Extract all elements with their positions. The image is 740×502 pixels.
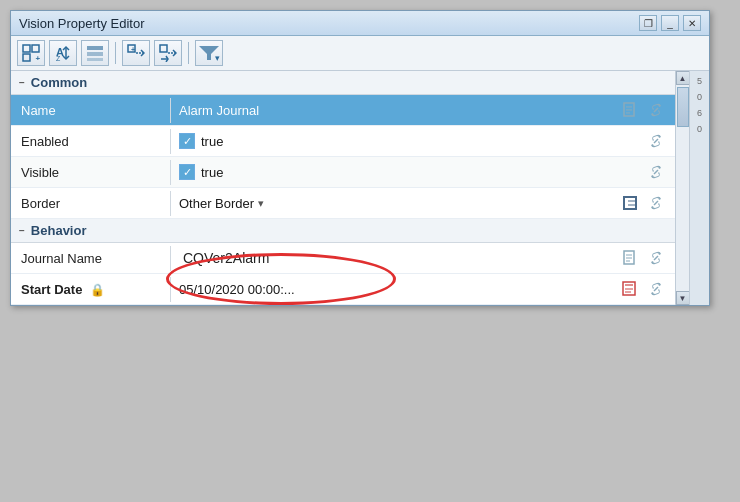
add-properties-button[interactable]: + bbox=[17, 40, 45, 66]
svg-rect-1 bbox=[32, 45, 39, 52]
side-ruler: 5 0 6 0 bbox=[689, 71, 709, 305]
filter-button[interactable]: ▾ bbox=[195, 40, 223, 66]
svg-line-28 bbox=[654, 201, 658, 205]
svg-text:+: + bbox=[36, 54, 41, 62]
start-date-value: 05/10/2020 00:00:... bbox=[179, 282, 295, 297]
border-dropdown-arrow[interactable]: ▾ bbox=[258, 197, 264, 210]
property-editor-window: Vision Property Editor ❐ _ ✕ + A Z bbox=[10, 10, 710, 306]
svg-line-22 bbox=[654, 108, 658, 112]
enabled-value-area: ✓ true bbox=[171, 126, 675, 156]
name-chain-icon[interactable] bbox=[645, 99, 667, 121]
border-dropdown[interactable]: Other Border ▾ bbox=[179, 196, 264, 211]
name-value-area bbox=[171, 95, 675, 125]
enabled-checkbox[interactable]: ✓ bbox=[179, 133, 195, 149]
ruler-mark-5: 5 bbox=[697, 73, 702, 89]
scroll-up-button[interactable]: ▲ bbox=[676, 71, 690, 85]
window-controls: ❐ _ ✕ bbox=[639, 15, 701, 31]
main-content: − Common Name bbox=[11, 71, 675, 305]
svg-rect-35 bbox=[625, 284, 633, 286]
ruler-mark-0-bottom: 0 bbox=[697, 121, 702, 137]
border-value-area: Other Border ▾ bbox=[171, 188, 675, 218]
start-date-lock-icon: 🔒 bbox=[90, 283, 105, 297]
visible-label: Visible bbox=[11, 160, 171, 185]
visible-chain-icon[interactable] bbox=[645, 161, 667, 183]
toolbar: + A Z + bbox=[11, 36, 709, 71]
sort-button[interactable]: A Z bbox=[49, 40, 77, 66]
content-area: − Common Name bbox=[11, 71, 709, 305]
start-date-icons bbox=[619, 278, 667, 300]
svg-line-23 bbox=[654, 139, 658, 143]
border-icons bbox=[619, 192, 667, 214]
border-property-row[interactable]: Border Other Border ▾ bbox=[11, 188, 675, 219]
toolbar-separator-2 bbox=[188, 42, 189, 64]
start-date-chain-icon[interactable] bbox=[645, 278, 667, 300]
visible-value: true bbox=[201, 165, 223, 180]
svg-text:▾: ▾ bbox=[215, 53, 220, 62]
journal-name-doc-icon[interactable] bbox=[619, 247, 641, 269]
name-icons bbox=[619, 99, 667, 121]
visible-checkbox[interactable]: ✓ bbox=[179, 164, 195, 180]
enabled-value: true bbox=[201, 134, 223, 149]
common-section-header: − Common bbox=[11, 71, 675, 95]
add-binding-icon: + bbox=[127, 44, 145, 62]
close-button[interactable]: ✕ bbox=[683, 15, 701, 31]
border-value: Other Border bbox=[179, 196, 254, 211]
name-label: Name bbox=[11, 98, 171, 123]
edit-binding-icon bbox=[159, 44, 177, 62]
name-property-row[interactable]: Name bbox=[11, 95, 675, 126]
svg-rect-2 bbox=[23, 54, 30, 61]
svg-line-24 bbox=[654, 170, 658, 174]
vertical-scrollbar[interactable]: ▲ ▼ bbox=[675, 71, 689, 305]
svg-rect-8 bbox=[87, 52, 103, 56]
svg-rect-0 bbox=[23, 45, 30, 52]
enabled-property-row[interactable]: Enabled ✓ true bbox=[11, 126, 675, 157]
journal-name-value-area: CQVer2Alarm bbox=[171, 243, 675, 273]
journal-name-chain-icon[interactable] bbox=[645, 247, 667, 269]
edit-binding-button[interactable] bbox=[154, 40, 182, 66]
svg-rect-25 bbox=[624, 197, 636, 209]
common-collapse-button[interactable]: − bbox=[19, 77, 25, 88]
filter-icon: ▾ bbox=[198, 44, 220, 62]
border-chain-icon[interactable] bbox=[645, 192, 667, 214]
svg-rect-13 bbox=[160, 45, 167, 52]
enabled-label: Enabled bbox=[11, 129, 171, 154]
scroll-down-button[interactable]: ▼ bbox=[676, 291, 690, 305]
restore-button[interactable]: ❐ bbox=[639, 15, 657, 31]
start-date-label: Start Date 🔒 bbox=[11, 277, 171, 302]
behavior-section-label: Behavior bbox=[31, 223, 87, 238]
svg-rect-9 bbox=[87, 58, 103, 61]
visible-property-row[interactable]: Visible ✓ true bbox=[11, 157, 675, 188]
name-doc-icon[interactable] bbox=[619, 99, 641, 121]
journal-name-label: Journal Name bbox=[11, 246, 171, 271]
svg-text:+: + bbox=[131, 46, 135, 53]
journal-name-icons bbox=[619, 247, 667, 269]
visible-icons bbox=[645, 161, 667, 183]
start-date-edit-icon[interactable] bbox=[619, 278, 641, 300]
add-binding-button[interactable]: + bbox=[122, 40, 150, 66]
minimize-button[interactable]: _ bbox=[661, 15, 679, 31]
behavior-section-header: − Behavior bbox=[11, 219, 675, 243]
journal-name-property-row[interactable]: Journal Name CQVer2Alarm bbox=[11, 243, 675, 274]
toolbar-separator-1 bbox=[115, 42, 116, 64]
border-style-icon[interactable] bbox=[619, 192, 641, 214]
ruler-mark-0-top: 0 bbox=[697, 89, 702, 105]
list-view-button[interactable] bbox=[81, 40, 109, 66]
visible-value-area: ✓ true bbox=[171, 157, 675, 187]
svg-line-33 bbox=[654, 256, 658, 260]
window-title: Vision Property Editor bbox=[19, 16, 145, 31]
border-label: Border bbox=[11, 191, 171, 216]
scroll-thumb[interactable] bbox=[677, 87, 689, 127]
enabled-chain-icon[interactable] bbox=[645, 130, 667, 152]
title-bar: Vision Property Editor ❐ _ ✕ bbox=[11, 11, 709, 36]
add-properties-icon: + bbox=[22, 44, 40, 62]
common-section-label: Common bbox=[31, 75, 87, 90]
ruler-mark-6: 6 bbox=[697, 105, 702, 121]
name-input[interactable] bbox=[179, 103, 339, 118]
behavior-collapse-button[interactable]: − bbox=[19, 225, 25, 236]
start-date-property-row[interactable]: Start Date 🔒 05/10/2020 00:00:... bbox=[11, 274, 675, 305]
sort-icon: A Z bbox=[54, 44, 72, 62]
svg-text:Z: Z bbox=[56, 55, 61, 62]
start-date-value-area: 05/10/2020 00:00:... bbox=[171, 274, 675, 304]
list-view-icon bbox=[86, 44, 104, 62]
svg-rect-7 bbox=[87, 46, 103, 50]
